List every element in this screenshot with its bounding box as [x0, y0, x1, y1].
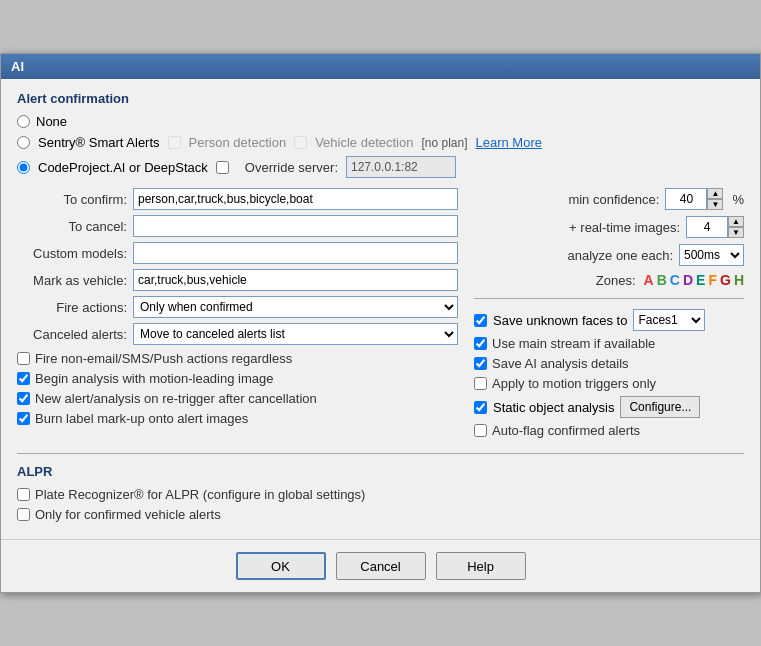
divider-1	[474, 298, 744, 299]
apply-motion-checkbox[interactable]	[474, 377, 487, 390]
begin-analysis-checkbox[interactable]	[17, 372, 30, 385]
zone-g[interactable]: G	[720, 272, 731, 288]
use-main-stream-row: Use main stream if available	[474, 336, 744, 351]
sentry-radio[interactable]	[17, 136, 30, 149]
fire-actions-label: Fire actions:	[17, 300, 127, 315]
min-confidence-up-button[interactable]: ▲	[707, 188, 723, 199]
min-confidence-down-button[interactable]: ▼	[707, 199, 723, 210]
none-radio[interactable]	[17, 115, 30, 128]
realtime-up-button[interactable]: ▲	[728, 216, 744, 227]
to-cancel-input[interactable]	[133, 215, 458, 237]
canceled-alerts-row: Canceled alerts: Move to canceled alerts…	[17, 323, 458, 345]
no-plan-label: [no plan]	[421, 136, 467, 150]
zone-c[interactable]: C	[670, 272, 680, 288]
analyze-select[interactable]: 500ms 1s 2s 5s	[679, 244, 744, 266]
plate-recognizer-label[interactable]: Plate Recognizer® for ALPR (configure in…	[35, 487, 365, 502]
plate-recognizer-row: Plate Recognizer® for ALPR (configure in…	[17, 487, 744, 502]
realtime-label: + real-time images:	[569, 220, 680, 235]
fire-non-email-label[interactable]: Fire non-email/SMS/Push actions regardle…	[35, 351, 292, 366]
alert-confirmation-title: Alert confirmation	[17, 91, 744, 106]
realtime-down-button[interactable]: ▼	[728, 227, 744, 238]
left-panel: To confirm: To cancel: Custom models: Ma…	[17, 188, 458, 443]
help-button[interactable]: Help	[436, 552, 526, 580]
sentry-label[interactable]: Sentry® Smart Alerts	[38, 135, 160, 150]
analyze-label: analyze one each:	[567, 248, 673, 263]
use-main-stream-label[interactable]: Use main stream if available	[492, 336, 655, 351]
custom-models-label: Custom models:	[17, 246, 127, 261]
configure-button[interactable]: Configure...	[620, 396, 700, 418]
main-content: To confirm: To cancel: Custom models: Ma…	[17, 188, 744, 443]
none-label[interactable]: None	[36, 114, 67, 129]
min-confidence-spinner: ▲ ▼	[665, 188, 723, 210]
apply-motion-label[interactable]: Apply to motion triggers only	[492, 376, 656, 391]
plate-recognizer-checkbox[interactable]	[17, 488, 30, 501]
cancel-button[interactable]: Cancel	[336, 552, 426, 580]
realtime-spin-buttons: ▲ ▼	[728, 216, 744, 238]
person-detection-checkbox	[168, 136, 181, 149]
static-object-checkbox[interactable]	[474, 401, 487, 414]
auto-flag-label[interactable]: Auto-flag confirmed alerts	[492, 423, 640, 438]
new-alert-label[interactable]: New alert/analysis on re-trigger after c…	[35, 391, 317, 406]
ok-button[interactable]: OK	[236, 552, 326, 580]
fire-non-email-checkbox[interactable]	[17, 352, 30, 365]
codeproject-label[interactable]: CodeProject.AI or DeepStack	[38, 160, 208, 175]
begin-analysis-row: Begin analysis with motion-leading image	[17, 371, 458, 386]
to-confirm-input[interactable]	[133, 188, 458, 210]
zones-label: Zones:	[474, 273, 636, 288]
save-analysis-label[interactable]: Save AI analysis details	[492, 356, 629, 371]
zones-row: Zones: A B C D E F G H	[474, 272, 744, 288]
canceled-alerts-label: Canceled alerts:	[17, 327, 127, 342]
zone-b[interactable]: B	[657, 272, 667, 288]
person-detection-label: Person detection	[189, 135, 287, 150]
save-faces-row: Save unknown faces to Faces1 Faces2	[474, 309, 744, 331]
only-confirmed-label[interactable]: Only for confirmed vehicle alerts	[35, 507, 221, 522]
save-analysis-checkbox[interactable]	[474, 357, 487, 370]
zone-f[interactable]: F	[708, 272, 717, 288]
custom-models-input[interactable]	[133, 242, 458, 264]
min-confidence-input[interactable]	[665, 188, 707, 210]
mark-as-vehicle-input[interactable]	[133, 269, 458, 291]
apply-motion-row: Apply to motion triggers only	[474, 376, 744, 391]
use-main-stream-checkbox[interactable]	[474, 337, 487, 350]
zone-e[interactable]: E	[696, 272, 705, 288]
pct-label: %	[732, 192, 744, 207]
only-confirmed-row: Only for confirmed vehicle alerts	[17, 507, 744, 522]
fire-actions-select[interactable]: Only when confirmed Always Never	[133, 296, 458, 318]
static-object-row: Static object analysis Configure...	[474, 396, 744, 418]
burn-label-checkbox[interactable]	[17, 412, 30, 425]
save-faces-checkbox[interactable]	[474, 314, 487, 327]
title-bar: AI	[1, 54, 760, 79]
save-faces-label[interactable]: Save unknown faces to	[493, 313, 627, 328]
min-confidence-spin-buttons: ▲ ▼	[707, 188, 723, 210]
right-panel: min confidence: ▲ ▼ % + real-time images…	[474, 188, 744, 443]
analyze-row: analyze one each: 500ms 1s 2s 5s	[474, 244, 744, 266]
alpr-title: ALPR	[17, 464, 744, 479]
learn-more-link[interactable]: Learn More	[475, 135, 541, 150]
min-confidence-label: min confidence:	[568, 192, 659, 207]
zone-a[interactable]: A	[644, 272, 654, 288]
burn-label-label[interactable]: Burn label mark-up onto alert images	[35, 411, 248, 426]
override-server-label[interactable]: Override server:	[245, 160, 338, 175]
window-title: AI	[11, 59, 24, 74]
zone-letters: A B C D E F G H	[644, 272, 744, 288]
vehicle-detection-label: Vehicle detection	[315, 135, 413, 150]
mark-as-vehicle-label: Mark as vehicle:	[17, 273, 127, 288]
zone-h[interactable]: H	[734, 272, 744, 288]
only-confirmed-checkbox[interactable]	[17, 508, 30, 521]
static-object-label[interactable]: Static object analysis	[493, 400, 614, 415]
to-confirm-row: To confirm:	[17, 188, 458, 210]
fire-non-email-row: Fire non-email/SMS/Push actions regardle…	[17, 351, 458, 366]
auto-flag-checkbox[interactable]	[474, 424, 487, 437]
none-radio-row: None	[17, 114, 744, 129]
sentry-row: Sentry® Smart Alerts Person detection Ve…	[17, 135, 744, 150]
zone-d[interactable]: D	[683, 272, 693, 288]
canceled-alerts-select[interactable]: Move to canceled alerts list Delete Keep…	[133, 323, 458, 345]
faces-select[interactable]: Faces1 Faces2	[633, 309, 705, 331]
begin-analysis-label[interactable]: Begin analysis with motion-leading image	[35, 371, 273, 386]
divider-alpr	[17, 453, 744, 454]
realtime-input[interactable]	[686, 216, 728, 238]
server-address-input[interactable]	[346, 156, 456, 178]
override-server-checkbox[interactable]	[216, 161, 229, 174]
codeproject-radio[interactable]	[17, 161, 30, 174]
new-alert-checkbox[interactable]	[17, 392, 30, 405]
